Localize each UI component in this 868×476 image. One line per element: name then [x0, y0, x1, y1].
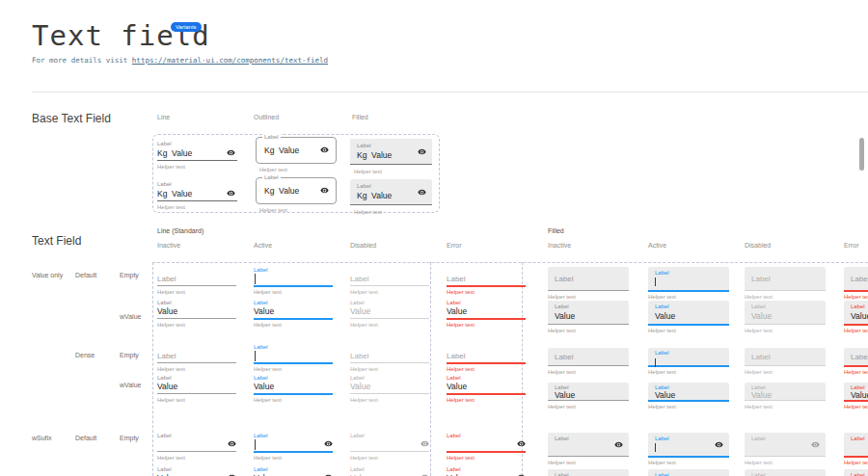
visibility-eye-icon[interactable]	[228, 439, 236, 448]
visibility-eye-icon[interactable]	[517, 439, 526, 448]
textfield-line-error-row6[interactable]: LabelValueHelper text	[447, 466, 526, 476]
visibility-eye-icon[interactable]	[418, 188, 426, 197]
base-field-filled[interactable]: LabelKg ValueHelper text	[350, 139, 432, 172]
textfield-line-inactive-row6[interactable]: LabelValueHelper text	[157, 466, 236, 476]
textfield-filled-inactive-row5[interactable]: LabelHelper text	[548, 433, 629, 467]
textfield-line-error-row3[interactable]: LabelHelper text	[447, 344, 526, 373]
textfield-filled-active-row6[interactable]: LabelValueHelper text	[648, 469, 729, 476]
textfield-line-active-row4[interactable]: LabelValueHelper text	[254, 375, 333, 404]
helper-text: Helper text	[157, 204, 185, 211]
textfield-filled-inactive-row2[interactable]: LabelValueHelper text	[548, 301, 629, 335]
filled-box: Label	[844, 348, 868, 367]
textfield-filled-disabled-row6[interactable]: LabelValueHelper text	[745, 469, 826, 476]
field-underline	[157, 393, 236, 394]
textfield-line-inactive-row1[interactable]: LabelHelper text	[157, 267, 236, 296]
textfield-filled-error-row3[interactable]: LabelHelper text	[844, 348, 868, 377]
textfield-line-error-row1[interactable]: LabelHelper text	[447, 267, 526, 296]
field-label: Label	[357, 183, 371, 190]
textfield-filled-disabled-row3[interactable]: LabelHelper text	[745, 348, 826, 377]
textfield-filled-active-row5[interactable]: LabelHelper text	[648, 433, 729, 467]
textfield-line-disabled-row1[interactable]: LabelHelper text	[350, 267, 429, 296]
subtitle: For more details visit https://material-…	[32, 56, 328, 65]
textfield-filled-inactive-row1[interactable]: LabelHelper text	[548, 267, 629, 302]
textfield-line-inactive-row4[interactable]: LabelValueHelper text	[157, 375, 236, 404]
helper-text: Helper text	[254, 289, 282, 296]
field-value: Kg Value	[157, 148, 192, 159]
textfield-line-active-row1[interactable]: LabelHelper text	[254, 267, 333, 296]
field-label: Label	[751, 274, 771, 284]
textfield-filled-inactive-row3[interactable]: LabelHelper text	[548, 348, 629, 377]
base-field-outlined[interactable]: LabelKg ValueHelper text	[256, 137, 337, 170]
textfield-line-inactive-row5[interactable]: LabelHelper text	[157, 433, 236, 462]
helper-text: Helper text	[548, 328, 576, 334]
error-frame-left	[430, 262, 431, 476]
textfield-filled-active-row3[interactable]: LabelHelper text	[648, 348, 729, 377]
visibility-eye-icon[interactable]	[811, 440, 820, 449]
scrollbar-thumb[interactable]	[859, 138, 864, 171]
textfield-line-active-row3[interactable]: LabelHelper text	[254, 344, 333, 373]
visibility-eye-icon[interactable]	[418, 147, 426, 156]
visibility-eye-icon[interactable]	[614, 440, 623, 449]
visibility-eye-icon[interactable]	[324, 439, 333, 448]
field-label: Label	[751, 304, 766, 310]
textfield-filled-active-row4[interactable]: LabelValueHelper text	[648, 383, 729, 411]
visibility-eye-icon[interactable]	[227, 148, 235, 157]
textfield-filled-error-row6[interactable]: LabelValueHelper text	[844, 469, 868, 476]
visibility-eye-icon[interactable]	[320, 186, 329, 195]
base-field-filled[interactable]: LabelKg ValueHelper text	[350, 179, 432, 212]
textfield-line-error-row5[interactable]: LabelHelper text	[447, 433, 526, 462]
textfield-line-disabled-row5[interactable]: LabelHelper text	[350, 433, 429, 462]
visibility-eye-icon[interactable]	[420, 439, 429, 448]
filled-box: LabelValue	[745, 301, 826, 325]
field-label: Label	[157, 466, 172, 473]
material-ui-link[interactable]: https://material-ui.com/components/text-…	[132, 56, 328, 65]
visibility-eye-icon[interactable]	[715, 440, 723, 449]
base-column-header-outlined: Outlined	[254, 114, 279, 120]
visibility-eye-icon[interactable]	[320, 145, 329, 154]
textfield-filled-disabled-row2[interactable]: LabelValueHelper text	[745, 301, 826, 335]
textfield-line-active-row5[interactable]: LabelHelper text	[254, 433, 333, 462]
row-label-dense: Dense	[75, 352, 95, 358]
base-field-line[interactable]: LabelKg ValueHelper text	[157, 137, 237, 170]
textfield-filled-error-row4[interactable]: LabelValueHelper text	[844, 383, 868, 411]
textfield-filled-error-row2[interactable]: LabelValueHelper text	[844, 301, 868, 335]
textfield-filled-disabled-row5[interactable]: LabelHelper text	[745, 433, 826, 467]
textfield-filled-active-row2[interactable]: LabelValueHelper text	[648, 301, 729, 335]
state-header-inactive: Inactive	[548, 242, 571, 249]
textfield-line-disabled-row3[interactable]: LabelHelper text	[350, 344, 429, 373]
base-field-line[interactable]: LabelKg ValueHelper text	[157, 177, 237, 210]
grid-frame-left	[152, 262, 153, 476]
field-value: Value	[447, 306, 467, 317]
textfield-filled-disabled-row4[interactable]: LabelValueHelper text	[745, 383, 826, 411]
textfield-line-active-row2[interactable]: LabelValueHelper text	[254, 300, 333, 329]
textfield-line-disabled-row6[interactable]: LabelValueHelper text	[350, 466, 429, 476]
textfield-line-inactive-row2[interactable]: LabelValueHelper text	[157, 300, 236, 329]
textfield-line-error-row2[interactable]: LabelValueHelper text	[447, 300, 526, 329]
field-label: Label	[157, 300, 172, 306]
textfield-filled-error-row1[interactable]: LabelHelper text	[844, 267, 868, 302]
filled-box: LabelValue	[548, 469, 629, 476]
helper-text: Helper text	[157, 164, 185, 171]
row-label-empty: Empty	[120, 352, 139, 358]
textfield-line-disabled-row4[interactable]: LabelValueHelper text	[350, 375, 429, 404]
textfield-filled-inactive-row4[interactable]: LabelValueHelper text	[548, 383, 629, 411]
field-value: Value	[555, 311, 575, 322]
field-underline	[350, 362, 429, 363]
textfield-filled-inactive-row6[interactable]: LabelValueHelper text	[548, 469, 629, 476]
textfield-line-disabled-row2[interactable]: LabelValueHelper text	[350, 300, 429, 329]
textfield-line-error-row4[interactable]: LabelValueHelper text	[447, 375, 526, 404]
field-underline	[157, 318, 236, 319]
filled-box: Label	[548, 267, 629, 291]
helper-text: Helper text	[350, 455, 378, 462]
visibility-eye-icon[interactable]	[227, 189, 235, 198]
textfield-filled-error-row5[interactable]: LabelHelper text	[844, 433, 868, 467]
base-field-outlined[interactable]: LabelKg ValueHelper text	[256, 177, 337, 210]
textfield-filled-active-row1[interactable]: LabelHelper text	[648, 267, 729, 302]
textfield-line-active-row6[interactable]: LabelValueHelper text	[254, 466, 333, 476]
textfield-line-inactive-row3[interactable]: LabelHelper text	[157, 344, 236, 373]
helper-text: Helper text	[447, 366, 475, 373]
textfield-filled-disabled-row1[interactable]: LabelHelper text	[745, 267, 826, 302]
text-cursor	[255, 439, 256, 450]
text-cursor	[255, 274, 256, 284]
field-label: Label	[350, 375, 365, 382]
